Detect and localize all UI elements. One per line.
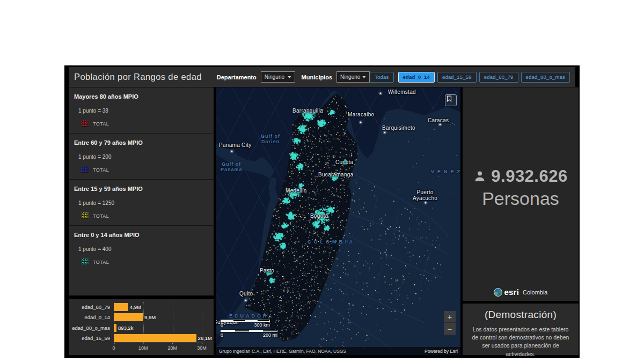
- legend-item[interactable]: TOTAL: [82, 166, 208, 173]
- legend-item-label: TOTAL: [93, 167, 109, 173]
- chart-bar[interactable]: [114, 313, 143, 321]
- legend-swatch-icon: [82, 258, 89, 265]
- esri-region-text: Colombia: [523, 289, 547, 295]
- disclaimer-body: Los datos presentados en este tablero de…: [469, 326, 572, 358]
- scalebar: 0 300 km 0 200 mi: [221, 320, 274, 340]
- municipios-select[interactable]: Ninguno ▼: [336, 71, 370, 83]
- page-background: { "header": { "title": "Población por Ra…: [0, 0, 644, 362]
- chart-category-label: edad_80_o_mas: [69, 325, 114, 331]
- header: Población por Rangos de edad Departament…: [69, 67, 575, 87]
- esri-globe-icon: [494, 288, 502, 297]
- filter-button-edad_80_o_mas[interactable]: edad_80_o_mas: [521, 72, 570, 83]
- departamento-label: Departamento: [217, 74, 257, 80]
- indicator-label: Personas: [482, 188, 559, 209]
- legend-item[interactable]: TOTAL: [82, 120, 208, 127]
- chart-bar-zone: 4,9M: [114, 303, 202, 311]
- chart-category-label: edad_60_79: [69, 304, 114, 310]
- legend-ratio: 1 punto = 200: [78, 154, 208, 160]
- legend-item[interactable]: TOTAL: [82, 258, 208, 265]
- page-title: Población por Rangos de edad: [74, 72, 202, 82]
- chart-x-tick: 20M: [168, 345, 178, 351]
- chart-bar-row[interactable]: edad_15_5928,1M: [69, 334, 202, 342]
- bookmark-icon: [445, 95, 453, 102]
- scalebar-km-zero: 0: [221, 322, 223, 328]
- map-panel[interactable]: Gulf of DarienGulf of PanamaVENEZUCOLOMB…: [216, 87, 460, 355]
- disclaimer-panel: (Demostración) Los datos presentados en …: [463, 304, 579, 355]
- chart-value-label: 4,9M: [130, 304, 141, 310]
- chart-bar-zone: 9,9M: [114, 313, 202, 321]
- legend-section: Entre 15 y 59 años MPIO1 punto = 1250TOT…: [69, 180, 214, 226]
- legend-section-title: Entre 15 y 59 años MPIO: [74, 186, 208, 192]
- zoom-out-button[interactable]: −: [444, 323, 456, 335]
- legend-section-title: Mayores 80 años MPIO: [74, 93, 208, 100]
- scalebar-km-label: 300 km: [254, 322, 270, 328]
- legend-item-label: TOTAL: [93, 121, 109, 127]
- esri-colombia-logo: esri Colombia: [494, 287, 548, 297]
- legend-swatch-icon: [82, 120, 89, 127]
- map-attribution-text: Grupo Ingeolan C.A., Esri, HERE, Garmin,…: [219, 349, 346, 354]
- legend-swatch-icon: [82, 166, 89, 173]
- chart-x-tick: 0: [112, 345, 115, 351]
- scalebar-mi-zero: 0: [221, 333, 223, 338]
- chart-bar[interactable]: [114, 324, 116, 332]
- filter-button-Todas[interactable]: Todas: [370, 72, 393, 83]
- legend-section: Entre 60 y 79 años MPIO1 punto = 200TOTA…: [69, 134, 214, 180]
- chart-bar[interactable]: [114, 334, 196, 342]
- disclaimer-title: (Demostración): [469, 309, 572, 321]
- zoom-in-button[interactable]: +: [444, 311, 456, 323]
- map-zoom-controls: + −: [444, 311, 456, 335]
- legend-ratio: 1 punto = 400: [78, 246, 208, 252]
- departamento-select-value: Ninguno: [265, 74, 284, 80]
- chart-x-axis: 010M20M30M: [114, 345, 202, 352]
- dashboard: Población por Rangos de edad Departament…: [64, 65, 580, 358]
- map-svg: [216, 87, 460, 355]
- chart-category-label: edad_15_59: [69, 335, 114, 341]
- indicator-panel: 9.932.626 Personas esri Colombia: [463, 87, 579, 301]
- powered-by-esri-link[interactable]: Powered by Esri: [425, 349, 458, 354]
- filter-buttons: Todasedad_0_14edad_15_59edad_60_79edad_8…: [370, 72, 570, 83]
- chart-bar-row[interactable]: edad_0_149,9M: [69, 313, 202, 321]
- caret-down-icon: ▼: [287, 75, 292, 79]
- legend-ratio: 1 punto = 1250: [78, 200, 208, 206]
- legend-item[interactable]: TOTAL: [82, 212, 208, 219]
- legend-item-label: TOTAL: [93, 213, 109, 219]
- chart-x-tick: 10M: [138, 345, 148, 351]
- scalebar-km: [221, 320, 270, 322]
- legend-section-title: Entre 0 y 14 años MPIO: [74, 232, 208, 238]
- chart-value-label: 9,9M: [144, 314, 156, 320]
- legend-swatch-icon: [82, 212, 89, 219]
- person-icon: [473, 170, 486, 183]
- chart-x-tick: 30M: [197, 345, 207, 351]
- municipios-label: Municipios: [302, 74, 332, 80]
- esri-logo-text: esri: [504, 287, 519, 297]
- legend-panel: Mayores 80 años MPIO1 punto = 38TOTALEnt…: [69, 87, 214, 295]
- caret-down-icon: ▼: [362, 75, 367, 79]
- chart-bar-row[interactable]: edad_60_794,9M: [69, 303, 202, 311]
- chart-bar-zone: 28,1M: [114, 334, 202, 342]
- filter-button-edad_60_79[interactable]: edad_60_79: [479, 72, 518, 83]
- legend-ratio: 1 punto = 38: [78, 108, 208, 114]
- filter-button-edad_15_59[interactable]: edad_15_59: [437, 72, 477, 83]
- chart-value-label: 893,2k: [118, 325, 134, 331]
- map-attribution-bar: Grupo Ingeolan C.A., Esri, HERE, Garmin,…: [216, 347, 460, 355]
- indicator-row: 9.932.626: [473, 167, 567, 186]
- departamento-select[interactable]: Ninguno ▼: [261, 71, 295, 83]
- municipios-select-value: Ninguno: [340, 74, 360, 80]
- legend-section-title: Entre 60 y 79 años MPIO: [74, 139, 208, 146]
- chart-value-label: 28,1M: [198, 335, 212, 341]
- filter-button-edad_0_14[interactable]: edad_0_14: [398, 72, 435, 83]
- legend-section: Entre 0 y 14 años MPIO1 punto = 400TOTAL: [69, 226, 214, 295]
- legend-section: Mayores 80 años MPIO1 punto = 38TOTAL: [69, 87, 214, 134]
- chart-bar[interactable]: [114, 303, 128, 311]
- chart-category-label: edad_0_14: [69, 314, 114, 320]
- indicator-value: 9.932.626: [491, 167, 567, 186]
- chart-bar-zone: 893,2k: [114, 324, 202, 332]
- chart-bar-row[interactable]: edad_80_o_mas893,2k: [69, 324, 202, 332]
- chart-rows: edad_60_794,9Medad_0_149,9Medad_80_o_mas…: [69, 302, 202, 343]
- legend-item-label: TOTAL: [93, 260, 109, 265]
- bookmark-button[interactable]: [445, 94, 457, 106]
- bar-chart-panel: edad_60_794,9Medad_0_149,9Medad_80_o_mas…: [69, 299, 214, 355]
- scalebar-mi-label: 200 mi: [263, 333, 277, 338]
- scalebar-mi: [221, 330, 277, 332]
